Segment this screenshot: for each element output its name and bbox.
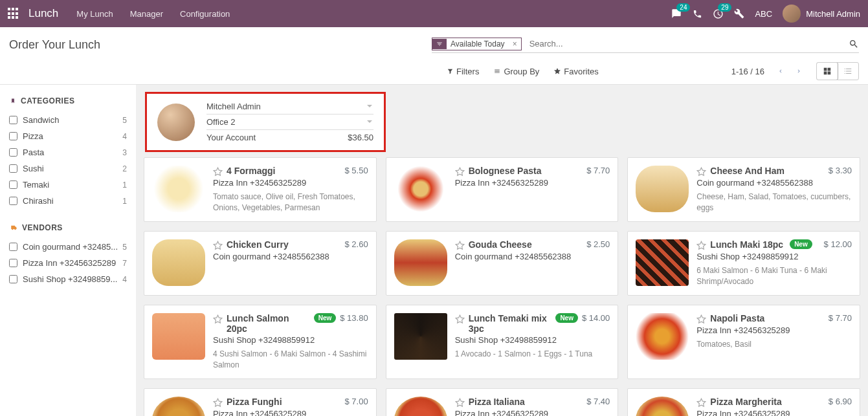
star-icon[interactable]	[696, 314, 706, 324]
product-price: $ 7.40	[586, 397, 610, 406]
category-count: 1	[122, 197, 127, 206]
prev-page-icon[interactable]	[775, 64, 786, 78]
product-image	[152, 166, 205, 212]
apps-icon[interactable]	[8, 8, 19, 19]
star-icon[interactable]	[696, 167, 706, 177]
category-checkbox[interactable]	[9, 164, 17, 173]
category-checkbox[interactable]	[9, 148, 17, 157]
favorites-button[interactable]: Favorites	[553, 67, 598, 76]
product-card[interactable]: Lunch Salmon 20pcNew$ 13.80Sushi Shop +3…	[144, 305, 377, 379]
account-location-select[interactable]: Office 2	[206, 115, 373, 130]
category-checkbox[interactable]	[9, 181, 17, 189]
activity-icon[interactable]: 29	[713, 8, 724, 19]
product-card[interactable]: Lunch Maki 18pcNew$ 12.00Sushi Shop +324…	[627, 231, 860, 296]
tools-icon[interactable]	[734, 8, 744, 19]
vendors-title: VENDORS	[9, 223, 127, 232]
product-card[interactable]: Napoli Pasta$ 7.70Pizza Inn +32456325289…	[627, 305, 860, 379]
vendor-item[interactable]: Sushi Shop +32498859...4	[9, 271, 127, 287]
product-card[interactable]: Bolognese Pasta$ 7.70Pizza Inn +32456325…	[386, 157, 619, 222]
content: Mitchell Admin Office 2 Your Account $36…	[136, 85, 868, 416]
next-page-icon[interactable]	[793, 64, 805, 78]
nav-manager[interactable]: Manager	[130, 9, 163, 19]
category-item[interactable]: Pizza4	[9, 128, 127, 144]
vendor-label: Pizza Inn +32456325289	[23, 258, 116, 268]
category-item[interactable]: Sandwich5	[9, 112, 127, 128]
kanban-view-icon[interactable]	[816, 62, 838, 80]
category-checkbox[interactable]	[9, 197, 17, 205]
product-description: Tomatoes, Basil	[696, 339, 852, 350]
new-badge: New	[790, 239, 812, 249]
category-item[interactable]: Chirashi1	[9, 193, 127, 209]
star-icon[interactable]	[213, 167, 223, 177]
category-label: Chirashi	[23, 196, 54, 206]
categories-title: CATEGORIES	[9, 96, 127, 105]
product-price: $ 13.80	[340, 313, 368, 323]
product-card[interactable]: 4 Formaggi$ 5.50Pizza Inn +32456325289To…	[144, 157, 377, 222]
vendor-item[interactable]: Coin gourmand +32485...5	[9, 239, 127, 255]
star-icon[interactable]	[696, 398, 706, 408]
category-item[interactable]: Sushi2	[9, 160, 127, 177]
list-view-icon[interactable]	[838, 63, 858, 80]
remove-filter-icon[interactable]: ×	[509, 39, 521, 49]
product-card[interactable]: Lunch Temaki mix 3pcNew$ 14.00Sushi Shop…	[386, 305, 619, 379]
search-input[interactable]	[527, 36, 845, 51]
product-name: 4 Formaggi	[227, 166, 275, 176]
phone-icon[interactable]	[693, 9, 702, 19]
pager[interactable]: 1-16 / 16	[731, 67, 764, 76]
product-name: Gouda Cheese	[469, 239, 532, 250]
product-card[interactable]: Pizza Funghi$ 7.00Pizza Inn +32456325289	[144, 388, 377, 416]
category-item[interactable]: Temaki1	[9, 177, 127, 193]
category-checkbox[interactable]	[9, 132, 17, 140]
product-vendor: Pizza Inn +32456325289	[213, 409, 368, 416]
filters-button[interactable]: Filters	[447, 67, 479, 76]
product-price: $ 7.70	[829, 313, 852, 323]
product-image	[636, 313, 689, 360]
product-image	[394, 166, 447, 212]
star-icon[interactable]	[455, 398, 465, 408]
product-vendor: Pizza Inn +32456325289	[455, 409, 610, 416]
product-description: 4 Sushi Salmon - 6 Maki Salmon - 4 Sashi…	[213, 349, 368, 371]
vendor-label: Sushi Shop +32498859...	[23, 274, 117, 284]
user-menu[interactable]: Mitchell Admin	[783, 5, 860, 23]
filter-chip: Available Today ×	[432, 38, 522, 50]
category-item[interactable]: Pasta3	[9, 144, 127, 160]
main: CATEGORIES Sandwich5Pizza4Pasta3Sushi2Te…	[0, 85, 868, 416]
vendor-count: 4	[122, 275, 127, 284]
account-avatar	[157, 104, 195, 141]
nav-my-lunch[interactable]: My Lunch	[76, 9, 113, 19]
vendor-checkbox[interactable]	[9, 259, 17, 267]
vendor-checkbox[interactable]	[9, 275, 17, 283]
star-icon[interactable]	[696, 241, 706, 250]
star-icon[interactable]	[455, 167, 465, 177]
star-icon[interactable]	[213, 241, 223, 250]
category-checkbox[interactable]	[9, 116, 17, 124]
product-card[interactable]: Pizza Italiana$ 7.40Pizza Inn +324563252…	[386, 388, 619, 416]
product-card[interactable]: Gouda Cheese$ 2.50Coin gourmand +3248556…	[386, 231, 619, 296]
vendor-item[interactable]: Pizza Inn +324563252897	[9, 255, 127, 271]
star-icon[interactable]	[213, 398, 223, 408]
product-card[interactable]: Cheese And Ham$ 3.30Coin gourmand +32485…	[627, 157, 860, 222]
product-image	[636, 397, 689, 416]
product-name: Pizza Italiana	[469, 397, 525, 407]
product-card[interactable]: Pizza Margherita$ 6.90Pizza Inn +3245632…	[627, 388, 860, 416]
product-price: $ 5.50	[345, 166, 368, 175]
vendor-checkbox[interactable]	[9, 243, 17, 251]
company-label[interactable]: ABC	[755, 9, 772, 19]
category-count: 4	[122, 132, 127, 141]
chat-icon[interactable]: 24	[671, 8, 682, 19]
category-label: Temaki	[23, 180, 49, 190]
category-label: Pizza	[23, 131, 43, 141]
product-price: $ 3.30	[829, 166, 852, 175]
product-name: Lunch Maki 18pc	[710, 239, 783, 250]
star-icon[interactable]	[455, 314, 465, 324]
search-icon[interactable]	[849, 39, 859, 49]
vendor-count: 5	[122, 243, 127, 252]
view-switcher	[816, 62, 859, 80]
product-card[interactable]: Chicken Curry$ 2.60Coin gourmand +324855…	[144, 231, 377, 296]
star-icon[interactable]	[213, 314, 223, 324]
account-user-select[interactable]: Mitchell Admin	[206, 99, 373, 115]
product-price: $ 12.00	[824, 239, 852, 249]
nav-configuration[interactable]: Configuration	[180, 9, 230, 19]
star-icon[interactable]	[455, 241, 465, 250]
group-by-button[interactable]: Group By	[493, 67, 539, 76]
